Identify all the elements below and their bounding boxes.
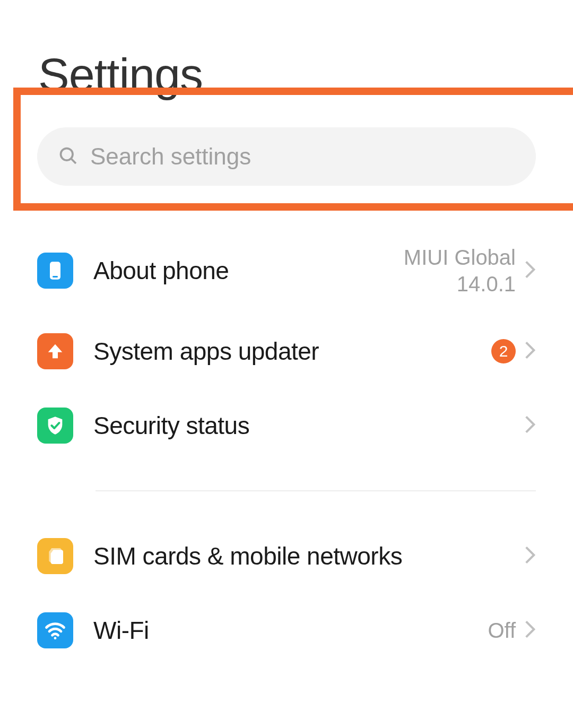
- item-label: Security status: [93, 411, 524, 440]
- search-input[interactable]: [90, 143, 515, 170]
- phone-icon: [37, 253, 73, 289]
- sim-icon: [37, 538, 73, 574]
- settings-item-system-updater[interactable]: System apps updater 2: [0, 314, 573, 388]
- update-count-badge: 2: [491, 339, 516, 363]
- shield-check-icon: [37, 408, 73, 444]
- svg-rect-3: [53, 276, 58, 278]
- svg-point-4: [54, 637, 57, 639]
- section-divider: [96, 490, 536, 491]
- item-value: Off: [488, 617, 516, 644]
- chevron-right-icon: [524, 619, 536, 642]
- settings-item-wifi[interactable]: Wi-Fi Off: [0, 593, 573, 668]
- arrow-up-icon: [37, 333, 73, 369]
- chevron-right-icon: [524, 340, 536, 362]
- svg-point-0: [61, 149, 73, 161]
- item-label: About phone: [93, 256, 404, 285]
- settings-item-security-status[interactable]: Security status: [0, 388, 573, 463]
- svg-line-1: [72, 159, 76, 163]
- wifi-icon: [37, 612, 73, 648]
- item-label: Wi-Fi: [93, 616, 488, 645]
- search-icon: [58, 146, 77, 167]
- chevron-right-icon: [524, 545, 536, 567]
- settings-item-about-phone[interactable]: About phone MIUI Global 14.0.1: [0, 227, 573, 314]
- chevron-right-icon: [524, 259, 536, 282]
- search-bar[interactable]: [37, 127, 536, 186]
- item-label: SIM cards & mobile networks: [93, 542, 524, 570]
- page-title: Settings: [0, 0, 573, 102]
- item-value: MIUI Global 14.0.1: [404, 244, 516, 297]
- item-label: System apps updater: [93, 337, 491, 366]
- settings-item-sim-cards[interactable]: SIM cards & mobile networks: [0, 519, 573, 593]
- settings-list: About phone MIUI Global 14.0.1 System ap…: [0, 227, 573, 668]
- chevron-right-icon: [524, 414, 536, 437]
